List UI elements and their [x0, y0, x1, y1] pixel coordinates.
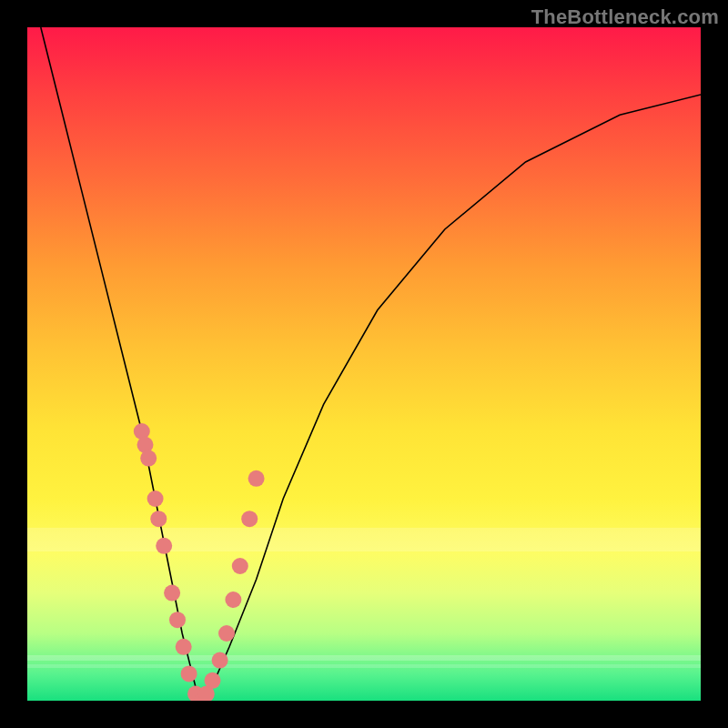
sample-dot	[150, 511, 167, 527]
chart-frame: TheBottleneck.com	[0, 0, 728, 728]
sample-dot	[248, 470, 265, 487]
sample-dot	[169, 612, 186, 628]
sample-dot	[241, 511, 258, 527]
sample-dot	[140, 450, 157, 467]
watermark-text: TheBottleneck.com	[531, 5, 719, 29]
sample-dots-group	[134, 423, 265, 701]
bottleneck-curve	[41, 27, 701, 701]
curve-svg	[27, 27, 701, 701]
plot-area	[27, 27, 701, 701]
sample-dot	[218, 625, 235, 642]
sample-dot	[176, 639, 192, 655]
sample-dot	[205, 672, 221, 689]
sample-dot	[225, 592, 241, 608]
sample-dot	[164, 585, 180, 602]
sample-dot	[181, 665, 197, 682]
sample-dot	[147, 490, 164, 507]
sample-dot	[212, 652, 228, 669]
sample-dot	[232, 558, 248, 574]
sample-dot	[156, 538, 172, 554]
